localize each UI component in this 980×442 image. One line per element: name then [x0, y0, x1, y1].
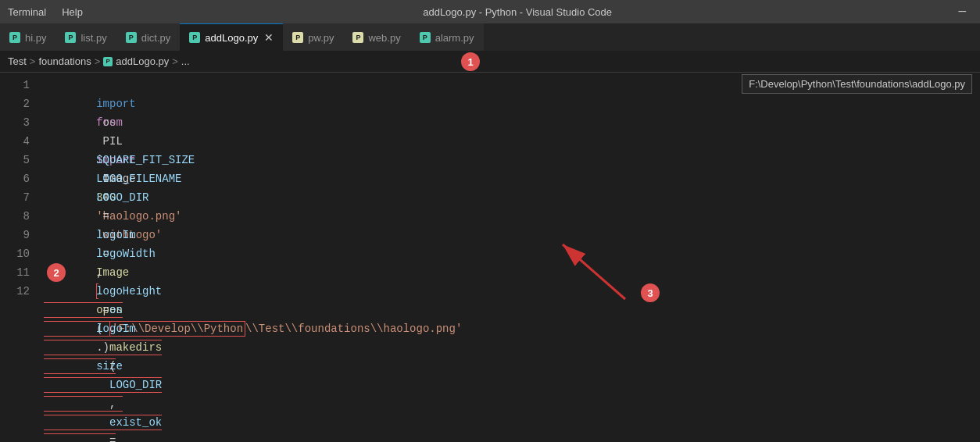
ln-8: 8: [0, 207, 30, 226]
ln-12: 12: [0, 282, 30, 301]
code-line-7: [44, 188, 980, 207]
py-icon: P: [420, 32, 431, 43]
code-line-6: LOGO_DIR = 'withLogo': [44, 169, 980, 188]
tab-bar: P hi.py P list.py P dict.py P addLogo.py…: [0, 23, 980, 51]
tab-label: pw.py: [308, 32, 334, 44]
py-icon-breadcrumb: P: [103, 57, 113, 66]
editor[interactable]: 1 2 3 4 5 6 7 8 9 10 11 12 import os fro…: [0, 73, 980, 442]
window-controls: —: [952, 5, 972, 19]
line11-highlighted: os . makedirs ( LOGO_DIR , exist_ok = Tr…: [44, 283, 162, 442]
var-logo-dir: LOGO_DIR: [96, 191, 148, 204]
py-icon: P: [9, 32, 20, 43]
tab-label: dict.py: [141, 32, 171, 44]
ln-11: 11: [0, 263, 30, 282]
var-logoheight: logoHeight: [96, 285, 162, 298]
filepath-tooltip: F:\Develop\Python\Test\foundations\addLo…: [742, 74, 972, 94]
line-numbers: 1 2 3 4 5 6 7 8 9 10 11 12: [0, 73, 38, 442]
close-icon[interactable]: ✕: [264, 31, 274, 44]
ln-5: 5: [0, 151, 30, 169]
fn-makedirs: makedirs: [109, 341, 162, 354]
ln-6: 6: [0, 169, 30, 188]
tab-pw-py[interactable]: P pw.py: [283, 23, 343, 51]
tab-dict-py[interactable]: P dict.py: [116, 23, 181, 51]
breadcrumb: Test > foundations > P addLogo.py > ... …: [0, 51, 980, 73]
breadcrumb-foundations[interactable]: foundations: [38, 55, 91, 67]
window-title: addLogo.py - Python - Visual Studio Code: [98, 6, 937, 18]
breadcrumb-sep1: >: [30, 55, 36, 67]
ln-4: 4: [0, 132, 30, 151]
code-line-9: logoWidth , logoHeight = logoIm . size: [44, 226, 980, 244]
tab-list-py[interactable]: P list.py: [55, 23, 116, 51]
code-line-8: logoIm = Image . open ( 'F:\\Develop\\Py…: [44, 207, 980, 226]
menu-bar: Terminal Help addLogo.py - Python - Visu…: [0, 0, 980, 23]
menu-help[interactable]: Help: [62, 6, 83, 18]
var-logowidth: logoWidth: [96, 248, 156, 260]
code-line-4: SQUARE_FIT_SIZE = 300: [44, 132, 980, 151]
ln-10: 10: [0, 244, 30, 263]
var-logoim: logoIm: [96, 229, 135, 241]
tab-web-py[interactable]: P web.py: [343, 23, 410, 51]
tab-label: hi.py: [25, 32, 46, 44]
str-path-rest: \\Test\\foundations\\haologo.png': [245, 323, 462, 335]
breadcrumb-ellipsis: ...: [181, 55, 190, 67]
tab-label: list.py: [80, 32, 106, 44]
py-icon: P: [65, 32, 76, 43]
tab-addlogo-py[interactable]: P addLogo.py ✕: [180, 23, 283, 51]
ln-2: 2: [0, 94, 30, 113]
code-line-10: [44, 244, 980, 263]
breadcrumb-sep3: >: [172, 55, 178, 67]
py-icon: P: [189, 32, 200, 43]
breadcrumb-file[interactable]: addLogo.py: [116, 55, 169, 67]
keyword-from: from: [96, 116, 123, 129]
annotation-2: 2: [47, 263, 66, 282]
code-line-11: os . makedirs ( LOGO_DIR , exist_ok = Tr…: [44, 263, 980, 282]
tab-alarm-py[interactable]: P alarm.py: [410, 23, 484, 51]
annotation-3: 3: [641, 283, 660, 302]
var-os: os: [109, 304, 123, 316]
tab-hi-py[interactable]: P hi.py: [0, 23, 55, 51]
minimize-button[interactable]: —: [952, 5, 972, 19]
ln-7: 7: [0, 188, 30, 207]
var-logo-filename: LOGO_FILENAME: [96, 173, 181, 185]
tab-label: addLogo.py: [205, 32, 258, 44]
param-exist-ok: exist_ok: [109, 416, 162, 429]
code-area: 1 2 3 4 5 6 7 8 9 10 11 12 import os fro…: [0, 73, 980, 442]
breadcrumb-sep2: >: [95, 55, 101, 67]
tab-label: web.py: [368, 32, 400, 44]
annotation-1: 1: [461, 52, 480, 71]
code-content[interactable]: import os from PIL import Image SQUARE_F…: [38, 73, 980, 442]
breadcrumb-test[interactable]: Test: [8, 55, 27, 67]
filepath-text: F:\Develop\Python\Test\foundations\addLo…: [749, 78, 965, 90]
tab-label: alarm.py: [435, 32, 474, 44]
var-square: SQUARE_FIT_SIZE: [96, 154, 195, 166]
ln-3: 3: [0, 113, 30, 132]
menu-terminal[interactable]: Terminal: [8, 6, 46, 18]
py-icon: P: [126, 32, 137, 43]
code-line-3: [44, 113, 980, 132]
py-icon: P: [352, 32, 363, 43]
ln-1: 1: [0, 76, 30, 94]
py-icon: P: [292, 32, 303, 43]
ln-9: 9: [0, 226, 30, 244]
var-logo-dir2: LOGO_DIR: [109, 379, 162, 391]
code-line-2: from PIL import Image: [44, 94, 980, 113]
code-line-12: [44, 282, 980, 301]
keyword-import: import: [96, 98, 135, 110]
